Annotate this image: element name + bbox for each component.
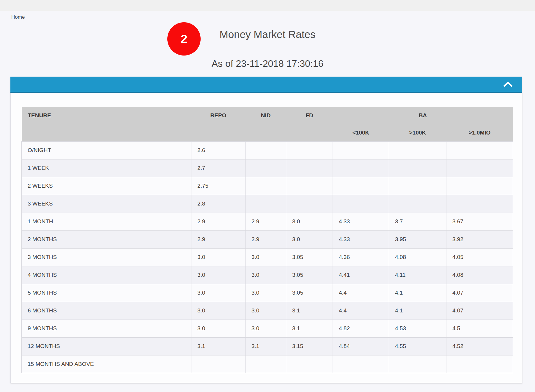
table-row: 2 MONTHS2.92.93.04.333.953.92: [22, 230, 513, 248]
rate-cell: [246, 159, 286, 177]
table-row: 2 WEEKS2.75: [22, 177, 513, 195]
tenure-cell: 2 WEEKS: [22, 177, 191, 195]
rate-cell: 2.8: [191, 195, 246, 213]
rate-cell: [191, 355, 246, 373]
rate-cell: 3.0: [191, 248, 246, 266]
rate-cell: [446, 159, 513, 177]
rate-cell: 2.6: [191, 141, 246, 159]
tenure-cell: 1 MONTH: [22, 213, 191, 230]
col-subheader-ba-gt100k: >100K: [389, 124, 446, 141]
rate-cell: 3.05: [286, 248, 333, 266]
col-subheader-empty: [246, 124, 286, 141]
rate-cell: [333, 141, 389, 159]
rate-cell: 2.9: [191, 213, 246, 230]
tenure-cell: 1 WEEK: [22, 159, 191, 177]
rate-cell: 3.7: [389, 213, 446, 230]
rate-cell: [389, 159, 446, 177]
rate-cell: 3.1: [246, 337, 286, 355]
rate-cell: 3.0: [191, 302, 246, 320]
rate-cell: 3.0: [246, 248, 286, 266]
rate-cell: 4.08: [446, 266, 513, 284]
rate-cell: 3.1: [191, 337, 246, 355]
top-bar: [0, 0, 535, 11]
rate-cell: 4.1: [389, 302, 446, 320]
rate-cell: 3.0: [191, 320, 246, 337]
rate-cell: 3.0: [191, 284, 246, 302]
col-subheader-empty: [22, 124, 191, 141]
rate-cell: 3.0: [246, 266, 286, 284]
rate-cell: 3.05: [286, 284, 333, 302]
col-header-fd: FD: [286, 107, 333, 124]
rate-cell: [333, 159, 389, 177]
page-timestamp: As of 23-11-2018 17:30:16: [0, 58, 535, 69]
chevron-up-icon: [503, 83, 513, 88]
tenure-cell: 6 MONTHS: [22, 302, 191, 320]
page-title: Money Market Rates: [0, 29, 535, 40]
tenure-cell: 2 MONTHS: [22, 230, 191, 248]
col-header-tenure: TENURE: [22, 107, 191, 124]
rate-cell: 4.5: [446, 320, 513, 337]
rate-cell: 3.0: [286, 213, 333, 230]
rate-cell: [246, 141, 286, 159]
collapse-button[interactable]: [501, 80, 514, 89]
rates-table-header: TENURE REPO NID FD BA <100K >100K >1.0MI…: [22, 107, 513, 141]
table-row: 9 MONTHS3.03.03.14.824.534.5: [22, 320, 513, 337]
rate-cell: 4.4: [333, 302, 389, 320]
tenure-cell: 3 MONTHS: [22, 248, 191, 266]
table-row: 3 WEEKS2.8: [22, 195, 513, 213]
rate-cell: 3.0: [286, 230, 333, 248]
rate-cell: [246, 177, 286, 195]
header-row-groups: TENURE REPO NID FD BA: [22, 107, 513, 124]
rate-cell: 3.67: [446, 213, 513, 230]
rate-cell: 4.84: [333, 337, 389, 355]
rate-cell: 2.7: [191, 159, 246, 177]
col-subheader-empty: [191, 124, 246, 141]
rate-cell: [286, 141, 333, 159]
rate-cell: [286, 159, 333, 177]
rate-cell: 4.33: [333, 230, 389, 248]
rate-cell: [446, 177, 513, 195]
table-row: 3 MONTHS3.03.03.054.364.084.05: [22, 248, 513, 266]
rate-cell: 3.05: [286, 266, 333, 284]
tenure-cell: 15 MONTHS AND ABOVE: [22, 355, 191, 373]
col-subheader-ba-lt100k: <100K: [333, 124, 389, 141]
rate-cell: [446, 355, 513, 373]
rate-cell: 4.33: [333, 213, 389, 230]
breadcrumb-home-link[interactable]: Home: [11, 14, 25, 20]
rate-cell: [389, 141, 446, 159]
rate-cell: 4.07: [446, 302, 513, 320]
rate-cell: [246, 355, 286, 373]
col-subheader-ba-gt1mio: >1.0MIO: [446, 124, 513, 141]
col-header-nid: NID: [246, 107, 286, 124]
header-row-subtiers: <100K >100K >1.0MIO: [22, 124, 513, 141]
table-row: 4 MONTHS3.03.03.054.414.114.08: [22, 266, 513, 284]
rate-cell: 3.92: [446, 230, 513, 248]
rate-cell: 4.53: [389, 320, 446, 337]
rates-table: TENURE REPO NID FD BA <100K >100K >1.0MI…: [21, 107, 513, 373]
rate-cell: 3.15: [286, 337, 333, 355]
table-row: 5 MONTHS3.03.03.054.44.14.07: [22, 284, 513, 302]
rate-cell: [286, 177, 333, 195]
rate-cell: 3.0: [246, 320, 286, 337]
rate-cell: 4.36: [333, 248, 389, 266]
rate-cell: 4.08: [389, 248, 446, 266]
panel-header[interactable]: [10, 77, 522, 93]
table-row: 1 MONTH2.92.93.04.333.73.67: [22, 213, 513, 230]
tenure-cell: 4 MONTHS: [22, 266, 191, 284]
rate-cell: [446, 141, 513, 159]
rate-cell: 3.0: [191, 266, 246, 284]
rate-cell: [389, 177, 446, 195]
tenure-cell: 9 MONTHS: [22, 320, 191, 337]
rate-cell: 4.07: [446, 284, 513, 302]
rate-cell: 2.9: [191, 230, 246, 248]
rate-cell: 2.9: [246, 213, 286, 230]
table-row: 6 MONTHS3.03.03.14.44.14.07: [22, 302, 513, 320]
rate-cell: 3.0: [246, 284, 286, 302]
rate-cell: 2.75: [191, 177, 246, 195]
table-row: 1 WEEK2.7: [22, 159, 513, 177]
rate-cell: 3.1: [286, 320, 333, 337]
rate-cell: [389, 355, 446, 373]
rate-cell: [333, 177, 389, 195]
rate-cell: 3.95: [389, 230, 446, 248]
rate-cell: [286, 355, 333, 373]
